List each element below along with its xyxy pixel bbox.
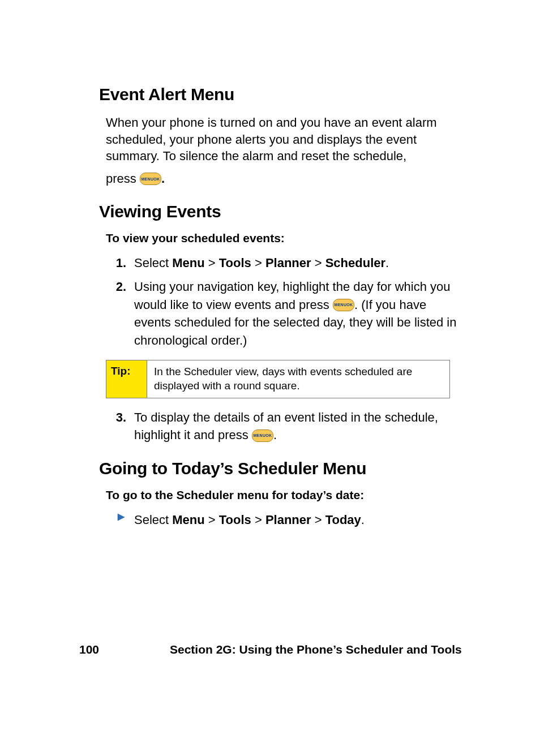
step-1-post: . [385, 256, 389, 270]
step-2-body: Using your navigation key, highlight the… [134, 278, 461, 350]
heading-event-alert-menu: Event Alert Menu [99, 85, 461, 104]
step-1-menu: Menu [172, 256, 204, 270]
today-today: Today [325, 513, 361, 527]
menu-key-bottom: OK [153, 177, 160, 181]
step-3-post: . [273, 428, 277, 442]
gt1: > [205, 256, 219, 270]
step-2: 2. Using your navigation key, highlight … [106, 278, 461, 350]
today-gt3: > [311, 513, 325, 527]
menu-key-top: MENU [253, 433, 265, 437]
menu-ok-key-icon: MENU OK [252, 429, 273, 442]
menu-key-top: MENU [141, 177, 153, 181]
tip-body: In the Scheduler view, days with events … [147, 360, 449, 397]
today-post: . [361, 513, 365, 527]
step-1-tools: Tools [219, 256, 251, 270]
step-1: 1. Select Menu > Tools > Planner > Sched… [106, 254, 461, 272]
triangle-bullet-icon [106, 511, 134, 521]
menu-ok-key-icon: MENU OK [333, 299, 354, 311]
tip-label: Tip: [106, 360, 147, 397]
menu-key-bottom: OK [346, 303, 353, 307]
step-1-scheduler: Scheduler [325, 256, 385, 270]
page-number: 100 [79, 643, 170, 656]
svg-marker-0 [118, 514, 125, 521]
subhead-today: To go to the Scheduler menu for today’s … [106, 488, 461, 502]
press-suffix: . [161, 171, 165, 186]
press-prefix: press [106, 171, 140, 186]
event-alert-paragraph: When your phone is turned on and you hav… [106, 114, 461, 165]
step-number: 1. [106, 254, 134, 272]
step-1-planner: Planner [265, 256, 311, 270]
menu-ok-key-icon: MENU OK [140, 173, 161, 185]
today-menu: Menu [172, 513, 204, 527]
event-alert-press-line: press MENU OK . [106, 170, 461, 187]
section-viewing-events: Viewing Events To view your scheduled ev… [99, 202, 461, 445]
subhead-view-scheduled: To view your scheduled events: [106, 231, 461, 245]
step-number: 3. [106, 409, 134, 427]
heading-viewing-events: Viewing Events [99, 202, 461, 221]
step-number: 2. [106, 278, 134, 296]
tip-box: Tip: In the Scheduler view, days with ev… [106, 360, 450, 398]
gt3: > [311, 256, 325, 270]
steps-list: 1. Select Menu > Tools > Planner > Sched… [106, 254, 461, 350]
menu-key-bottom: OK [265, 433, 272, 437]
today-tools: Tools [219, 513, 251, 527]
page-body: Event Alert Menu When your phone is turn… [99, 85, 461, 535]
step-3-line1: To display the details of an event liste… [134, 410, 438, 424]
steps-list-cont: 3. To display the details of an event li… [106, 409, 461, 445]
step-3-line2: highlight it and press MENU OK . [134, 428, 277, 442]
today-planner: Planner [265, 513, 311, 527]
menu-key-top: MENU [335, 303, 347, 307]
today-gt1: > [205, 513, 219, 527]
today-gt2: > [251, 513, 265, 527]
step-2-line1: Using your navigation key, highlight the… [134, 280, 427, 294]
step-1-body: Select Menu > Tools > Planner > Schedule… [134, 254, 461, 272]
page-footer: 100 Section 2G: Using the Phone’s Schedu… [79, 643, 470, 656]
footer-section-title: Section 2G: Using the Phone’s Scheduler … [170, 643, 470, 656]
gt2: > [251, 256, 265, 270]
step-1-pre: Select [134, 256, 172, 270]
today-pre: Select [134, 513, 172, 527]
section-today-scheduler: Going to Today’s Scheduler Menu To go to… [99, 459, 461, 529]
step-3-body: To display the details of an event liste… [134, 409, 461, 445]
step-3: 3. To display the details of an event li… [106, 409, 461, 445]
today-bullet-body: Select Menu > Tools > Planner > Today. [134, 511, 365, 529]
step-3-pre: highlight it and press [134, 428, 252, 442]
heading-today-scheduler: Going to Today’s Scheduler Menu [99, 459, 461, 478]
today-bullet: Select Menu > Tools > Planner > Today. [106, 511, 461, 529]
